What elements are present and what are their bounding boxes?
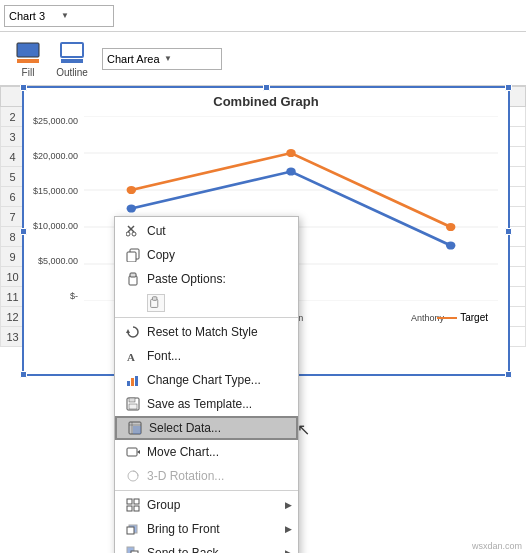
row-num-13: 13: [1, 327, 25, 347]
menu-item-cut-label: Cut: [147, 224, 166, 238]
legend-target-label: Target: [460, 312, 488, 323]
separator-2: [115, 490, 298, 491]
svg-rect-41: [127, 499, 132, 504]
svg-rect-32: [129, 398, 135, 402]
handle-br[interactable]: [505, 371, 512, 378]
svg-point-19: [132, 232, 136, 236]
menu-item-paste-icon-row[interactable]: [115, 291, 298, 315]
menu-item-select-data[interactable]: Select Data... ↖: [115, 416, 298, 440]
svg-rect-42: [134, 499, 139, 504]
row-num-10: 10: [1, 267, 25, 287]
svg-point-14: [286, 149, 295, 157]
menu-item-save-template-label: Save as Template...: [147, 397, 252, 411]
fill-button[interactable]: Fill: [8, 37, 48, 80]
svg-rect-37: [133, 426, 141, 434]
send-back-icon: [123, 546, 143, 553]
chart-title: Combined Graph: [24, 88, 508, 111]
row-num-12: 12: [1, 307, 25, 327]
chart-area-selector[interactable]: Chart Area ▼: [102, 48, 222, 70]
row-num-6: 6: [1, 187, 25, 207]
menu-item-change-chart[interactable]: Change Chart Type...: [115, 368, 298, 392]
svg-marker-26: [126, 329, 130, 333]
svg-rect-25: [152, 297, 156, 301]
fill-label: Fill: [22, 67, 35, 78]
svg-rect-28: [127, 381, 130, 386]
move-chart-icon: [123, 445, 143, 459]
legend-target: Target: [437, 312, 488, 323]
row-num-5: 5: [1, 167, 25, 187]
menu-item-font[interactable]: A Font...: [115, 344, 298, 368]
menu-item-cut[interactable]: Cut: [115, 219, 298, 243]
y-label-4: $20,000.00: [24, 151, 78, 161]
chart-name-selector[interactable]: Chart 3 ▼: [4, 5, 114, 27]
handle-tm[interactable]: [263, 84, 270, 91]
group-submenu-arrow: ▶: [285, 500, 292, 510]
svg-rect-29: [131, 378, 134, 386]
row-num-7: 7: [1, 207, 25, 227]
svg-point-10: [127, 204, 136, 212]
handle-tl[interactable]: [20, 84, 27, 91]
chart-area-dropdown-arrow: ▼: [164, 54, 217, 63]
save-template-icon: [123, 397, 143, 411]
svg-rect-43: [127, 506, 132, 511]
menu-item-group[interactable]: Group ▶: [115, 493, 298, 517]
fill-icon: [12, 39, 44, 67]
fill-outline-group: Fill Outline: [8, 37, 92, 80]
menu-item-save-template[interactable]: Save as Template...: [115, 392, 298, 416]
send-back-submenu-arrow: ▶: [285, 548, 292, 553]
menu-item-font-label: Font...: [147, 349, 181, 363]
handle-tr[interactable]: [505, 84, 512, 91]
paste-options-icons: [147, 294, 165, 312]
legend-target-line: [437, 317, 457, 319]
cut-icon: [123, 224, 143, 238]
bring-front-submenu-arrow: ▶: [285, 524, 292, 534]
menu-item-group-label: Group: [147, 498, 180, 512]
svg-rect-38: [127, 448, 137, 456]
menu-item-select-data-label: Select Data...: [149, 421, 221, 435]
bring-front-icon: [123, 522, 143, 536]
svg-rect-21: [127, 252, 136, 262]
handle-bl[interactable]: [20, 371, 27, 378]
outline-icon: [56, 39, 88, 67]
paste-icon: [123, 272, 143, 286]
chart-name-label: Chart 3: [9, 10, 57, 22]
y-label-5: $25,000.00: [24, 116, 78, 126]
svg-point-12: [446, 241, 455, 249]
reset-icon: [123, 325, 143, 339]
change-chart-icon: [123, 373, 143, 387]
menu-item-copy[interactable]: Copy: [115, 243, 298, 267]
menu-item-paste-options[interactable]: Paste Options:: [115, 267, 298, 291]
y-label-2: $10,000.00: [24, 221, 78, 231]
svg-rect-0: [17, 43, 39, 57]
svg-point-15: [446, 223, 455, 231]
svg-rect-33: [129, 404, 137, 409]
svg-rect-1: [17, 59, 39, 63]
chart-area-label: Chart Area: [107, 53, 160, 65]
watermark: wsxdan.com: [472, 541, 522, 551]
row-num-4: 4: [1, 147, 25, 167]
outline-button[interactable]: Outline: [52, 37, 92, 80]
rotation-icon: [123, 469, 143, 483]
separator-1: [115, 317, 298, 318]
menu-item-paste-options-label: Paste Options:: [147, 272, 226, 286]
menu-item-3d-rotation-label: 3-D Rotation...: [147, 469, 224, 483]
menu-item-3d-rotation: 3-D Rotation...: [115, 464, 298, 488]
row-num-11: 11: [1, 287, 25, 307]
svg-rect-3: [61, 59, 83, 63]
menu-item-move-chart[interactable]: Move Chart...: [115, 440, 298, 464]
svg-rect-23: [130, 273, 136, 277]
menu-item-move-chart-label: Move Chart...: [147, 445, 219, 459]
menu-item-bring-front[interactable]: Bring to Front ▶: [115, 517, 298, 541]
spreadsheet: A B 2 3 $25,000.00 4 $20,000.00 5 $15,00…: [0, 86, 526, 347]
menu-item-reset-label: Reset to Match Style: [147, 325, 258, 339]
y-axis-labels: $25,000.00 $20,000.00 $15,000.00 $10,000…: [24, 116, 82, 301]
title-bar: Chart 3 ▼: [0, 0, 526, 32]
menu-item-send-back-label: Send to Back: [147, 546, 218, 553]
menu-item-reset[interactable]: Reset to Match Style: [115, 320, 298, 344]
svg-point-11: [286, 167, 295, 175]
svg-point-18: [126, 232, 130, 236]
cursor-pointer: ↖: [297, 420, 310, 439]
row-num-2: 2: [1, 107, 25, 127]
menu-item-copy-label: Copy: [147, 248, 175, 262]
menu-item-send-back[interactable]: Send to Back ▶: [115, 541, 298, 553]
